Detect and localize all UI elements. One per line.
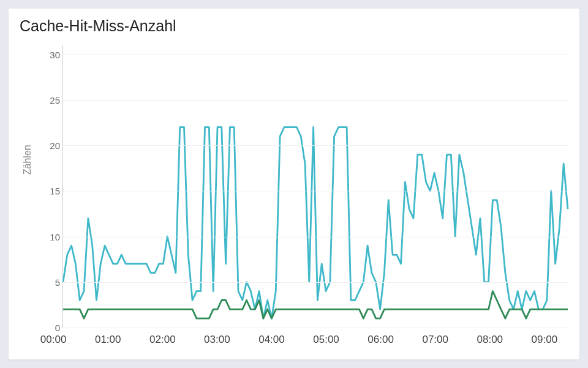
x-tick: 04:00 — [258, 334, 285, 346]
x-tick: 07:00 — [422, 334, 448, 346]
chart-panel: Cache-Hit-Miss-Anzahl Zählen 05101520253… — [9, 9, 579, 359]
plot-area[interactable] — [62, 45, 568, 328]
y-tick: 30 — [42, 49, 60, 59]
y-tick: 15 — [42, 186, 60, 196]
x-tick: 00:00 — [40, 334, 67, 346]
y-tick: 20 — [42, 140, 60, 151]
series-misses — [63, 291, 568, 319]
y-tick: 10 — [42, 231, 60, 242]
chart-area: Zählen 051015202530 00:0001:0002:0003:00… — [9, 39, 579, 358]
x-tick: 02:00 — [149, 334, 176, 346]
y-tick: 25 — [42, 95, 60, 105]
x-tick: 06:00 — [368, 334, 394, 346]
x-tick: 05:00 — [313, 334, 339, 346]
x-tick: 01:00 — [95, 334, 121, 346]
x-tick: 08:00 — [477, 334, 503, 346]
y-tick: 0 — [42, 323, 60, 333]
y-axis-label: Zählen — [22, 145, 33, 175]
x-tick: 09:00 — [532, 334, 558, 346]
chart-title: Cache-Hit-Miss-Anzahl — [20, 17, 176, 35]
y-tick: 5 — [42, 277, 60, 287]
x-tick: 03:00 — [204, 334, 230, 346]
series-hits — [63, 128, 568, 319]
line-svg — [63, 45, 568, 328]
